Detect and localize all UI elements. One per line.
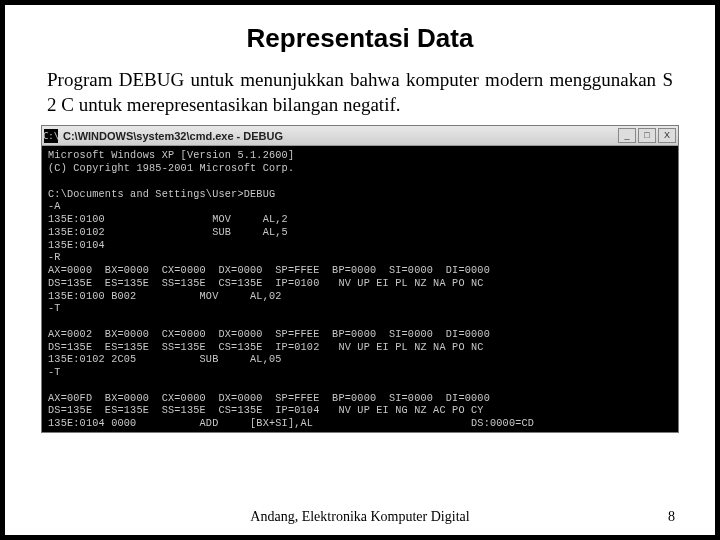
cmd-icon: C:\: [44, 129, 58, 143]
slide-footer: Andang, Elektronika Komputer Digital 8: [5, 509, 715, 525]
cmd-titlebar: C:\ C:\WINDOWS\system32\cmd.exe - DEBUG …: [42, 126, 678, 146]
cmd-title-text: C:\WINDOWS\system32\cmd.exe - DEBUG: [63, 130, 618, 142]
cmd-window: C:\ C:\WINDOWS\system32\cmd.exe - DEBUG …: [41, 125, 679, 433]
cmd-output: Microsoft Windows XP [Version 5.1.2600] …: [42, 146, 678, 432]
minimize-button[interactable]: _: [618, 128, 636, 143]
slide-body-text: Program DEBUG untuk menunjukkan bahwa ko…: [41, 68, 679, 117]
close-button[interactable]: X: [658, 128, 676, 143]
maximize-button[interactable]: □: [638, 128, 656, 143]
footer-center-text: Andang, Elektronika Komputer Digital: [5, 509, 715, 525]
window-buttons: _ □ X: [618, 128, 676, 143]
slide-title: Representasi Data: [41, 23, 679, 54]
